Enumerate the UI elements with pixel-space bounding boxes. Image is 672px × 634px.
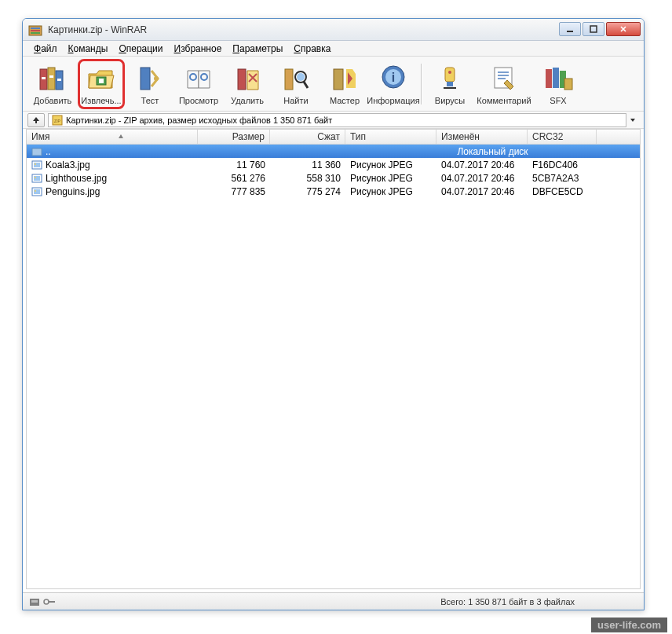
- svg-rect-4: [567, 31, 573, 32]
- menu-help[interactable]: Справка: [289, 42, 335, 56]
- parent-type: Локальный диск: [345, 146, 640, 157]
- svg-text:ZIP: ZIP: [54, 119, 60, 123]
- svg-point-14: [154, 76, 159, 81]
- extract-button[interactable]: Извлечь...: [78, 59, 125, 109]
- column-modified[interactable]: Изменён: [436, 130, 528, 144]
- column-type[interactable]: Тип: [345, 130, 436, 144]
- address-dropdown[interactable]: [626, 117, 639, 123]
- svg-text:i: i: [392, 71, 395, 84]
- svg-rect-29: [546, 69, 552, 88]
- delete-button[interactable]: Удалить: [224, 59, 271, 109]
- info-button[interactable]: i Информация: [370, 59, 417, 109]
- winrar-window: Картинки.zip - WinRAR Файл Команды Опера…: [22, 18, 645, 610]
- info-label: Информация: [367, 96, 419, 105]
- toolbar-separator: [421, 64, 422, 104]
- svg-point-44: [35, 190, 36, 192]
- svg-rect-1: [31, 27, 40, 29]
- toolbar: Добавить Извлечь... Тест: [23, 57, 644, 112]
- view-book-icon: [183, 63, 214, 94]
- titlebar[interactable]: Картинки.zip - WinRAR: [23, 19, 644, 41]
- add-button[interactable]: Добавить: [29, 59, 76, 109]
- svg-point-47: [44, 599, 49, 604]
- winrar-icon: [27, 22, 43, 38]
- svg-rect-35: [32, 148, 42, 156]
- addressbar: ZIP Картинки.zip - ZIP архив, размер исх…: [23, 112, 644, 129]
- address-text: Картинки.zip - ZIP архив, размер исходны…: [66, 115, 332, 125]
- sfx-button[interactable]: SFX: [535, 59, 582, 109]
- file-list: Имя Размер Сжат Тип Изменён CRC32 .. Лок…: [26, 129, 641, 589]
- file-rows[interactable]: .. Локальный диск Koala3.jpg11 76011 360…: [27, 145, 640, 588]
- svg-rect-11: [57, 79, 61, 81]
- svg-point-41: [35, 177, 36, 178]
- svg-rect-46: [31, 600, 38, 603]
- zip-file-icon: ZIP: [52, 115, 63, 126]
- svg-rect-40: [34, 176, 40, 181]
- svg-rect-5: [590, 26, 597, 32]
- window-title: Картинки.zip - WinRAR: [48, 24, 557, 35]
- svg-rect-9: [42, 77, 46, 79]
- parent-dots: ..: [46, 146, 51, 157]
- maximize-button[interactable]: [583, 22, 604, 36]
- wizard-button[interactable]: Мастер: [321, 59, 368, 109]
- virus-button[interactable]: Вирусы: [426, 59, 473, 109]
- wizard-label: Мастер: [330, 96, 360, 105]
- find-button[interactable]: Найти: [272, 59, 320, 109]
- comment-button[interactable]: Комментарий: [475, 59, 533, 109]
- svg-rect-3: [31, 32, 40, 34]
- menubar: Файл Команды Операции Избранное Параметр…: [23, 41, 644, 57]
- svg-point-27: [448, 71, 451, 74]
- up-arrow-icon: [31, 115, 41, 125]
- svg-rect-21: [334, 69, 343, 90]
- virus-label: Вирусы: [435, 96, 465, 105]
- extract-label: Извлечь...: [81, 96, 121, 105]
- info-icon: i: [378, 63, 409, 94]
- add-label: Добавить: [34, 96, 72, 105]
- svg-rect-2: [31, 30, 40, 31]
- svg-rect-43: [34, 189, 40, 194]
- svg-rect-10: [49, 75, 53, 78]
- svg-rect-7: [48, 68, 55, 90]
- svg-rect-32: [564, 79, 572, 90]
- svg-rect-26: [447, 82, 453, 86]
- svg-rect-37: [34, 163, 40, 167]
- sort-indicator-icon: [118, 131, 124, 142]
- column-name[interactable]: Имя: [27, 130, 198, 144]
- close-button[interactable]: [606, 22, 641, 36]
- menu-commands[interactable]: Команды: [64, 42, 113, 56]
- key-icon: [43, 598, 56, 606]
- test-button[interactable]: Тест: [126, 59, 173, 109]
- file-row[interactable]: Penguins.jpg777 835775 274Рисунок JPEG04…: [27, 185, 640, 198]
- svg-rect-25: [445, 68, 455, 82]
- find-icon: [280, 63, 312, 94]
- address-field[interactable]: ZIP Картинки.zip - ZIP архив, размер исх…: [48, 113, 626, 127]
- statusbar: Всего: 1 350 871 байт в 3 файлах: [23, 592, 644, 610]
- svg-rect-13: [141, 68, 150, 90]
- menu-file[interactable]: Файл: [29, 42, 62, 56]
- column-packed[interactable]: Сжат: [270, 130, 345, 144]
- file-row[interactable]: Koala3.jpg11 76011 360Рисунок JPEG04.07.…: [27, 158, 640, 171]
- parent-row[interactable]: .. Локальный диск: [27, 145, 640, 158]
- menu-options[interactable]: Параметры: [228, 42, 287, 56]
- image-file-icon: [31, 173, 42, 184]
- comment-label: Комментарий: [477, 96, 531, 105]
- test-icon: [134, 63, 166, 94]
- minimize-button[interactable]: [559, 22, 581, 36]
- wizard-icon: [329, 63, 360, 94]
- chevron-down-icon: [630, 117, 636, 123]
- view-button[interactable]: Просмотр: [175, 59, 222, 109]
- svg-rect-48: [49, 601, 55, 603]
- menu-operations[interactable]: Операции: [114, 42, 167, 56]
- svg-point-20: [297, 73, 305, 81]
- file-row[interactable]: Lighthouse.jpg561 276558 310Рисунок JPEG…: [27, 171, 640, 185]
- svg-rect-30: [553, 68, 559, 88]
- column-size[interactable]: Размер: [198, 130, 270, 144]
- svg-rect-17: [238, 69, 246, 90]
- delete-label: Удалить: [231, 96, 264, 105]
- column-crc[interactable]: CRC32: [528, 130, 597, 144]
- disk-icon: [29, 596, 40, 607]
- test-label: Тест: [141, 96, 159, 105]
- up-button[interactable]: [27, 113, 45, 127]
- sfx-label: SFX: [550, 96, 566, 105]
- menu-favorites[interactable]: Избранное: [170, 42, 227, 56]
- column-headers: Имя Размер Сжат Тип Изменён CRC32: [27, 130, 640, 145]
